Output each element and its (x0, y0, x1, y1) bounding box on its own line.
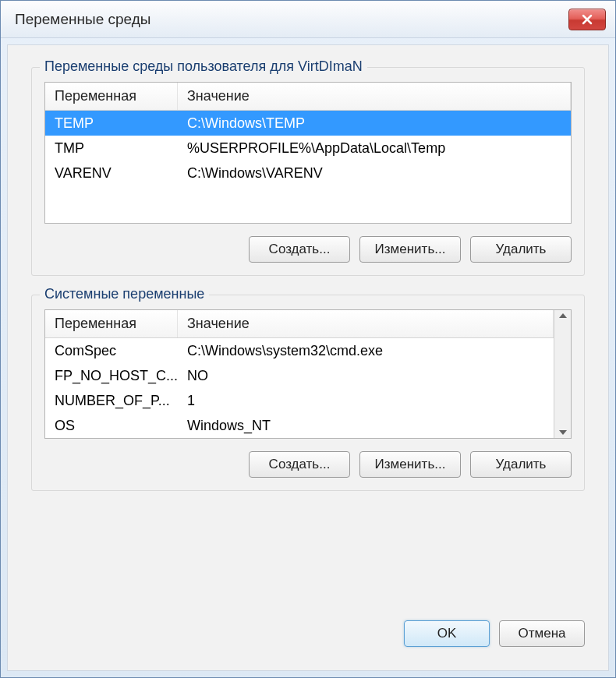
cell-val: C:\Windows\TEMP (178, 115, 571, 132)
user-create-button[interactable]: Создать... (249, 236, 350, 263)
scroll-up-icon[interactable] (559, 313, 567, 318)
cell-val: C:\Windows\system32\cmd.exe (178, 343, 554, 359)
user-delete-button[interactable]: Удалить (470, 236, 572, 263)
cell-var: VARENV (45, 165, 178, 182)
close-icon (581, 13, 593, 26)
system-vars-buttons: Создать... Изменить... Удалить (44, 451, 572, 478)
col-header-variable[interactable]: Переменная (45, 310, 178, 337)
cell-val: 1 (178, 393, 554, 409)
cell-var: TEMP (45, 115, 178, 132)
table-header: Переменная Значение (45, 83, 571, 111)
cell-var: FP_NO_HOST_C... (45, 368, 178, 384)
user-vars-body: TEMP C:\Windows\TEMP TMP %USERPROFILE%\A… (45, 111, 571, 223)
window-title: Переменные среды (15, 11, 150, 28)
scroll-down-icon[interactable] (559, 430, 567, 435)
titlebar: Переменные среды (1, 1, 615, 38)
cell-var: OS (45, 418, 178, 434)
dialog-buttons: OK Отмена (404, 620, 585, 647)
system-create-button[interactable]: Создать... (249, 451, 350, 478)
system-vars-table[interactable]: Переменная Значение ComSpec C:\Windows\s… (44, 309, 572, 439)
cell-val: Windows_NT (178, 418, 554, 434)
table-row[interactable]: TMP %USERPROFILE%\AppData\Local\Temp (45, 136, 571, 161)
close-button[interactable] (568, 9, 606, 30)
col-header-value[interactable]: Значение (178, 83, 571, 110)
cell-val: C:\Windows\VARENV (178, 165, 571, 182)
cell-var: ComSpec (45, 343, 178, 359)
cell-val: NO (178, 368, 554, 384)
user-vars-table[interactable]: Переменная Значение TEMP C:\Windows\TEMP… (44, 82, 572, 224)
user-edit-button[interactable]: Изменить... (359, 236, 461, 263)
col-header-variable[interactable]: Переменная (45, 83, 178, 110)
col-header-value[interactable]: Значение (178, 310, 554, 337)
ok-button[interactable]: OK (404, 620, 490, 647)
user-vars-buttons: Создать... Изменить... Удалить (44, 236, 572, 263)
system-vars-fieldset: Системные переменные Переменная Значение… (31, 295, 585, 491)
table-header: Переменная Значение (45, 310, 554, 338)
cell-val: %USERPROFILE%\AppData\Local\Temp (178, 140, 571, 157)
env-vars-dialog: Переменные среды Переменные среды пользо… (0, 0, 616, 678)
table-row[interactable]: ComSpec C:\Windows\system32\cmd.exe (45, 338, 554, 363)
user-vars-fieldset: Переменные среды пользователя для VirtDI… (31, 67, 585, 276)
table-row[interactable]: OS Windows_NT (45, 413, 554, 438)
cell-var: NUMBER_OF_P... (45, 393, 178, 409)
scrollbar[interactable] (554, 310, 571, 438)
table-row[interactable]: VARENV C:\Windows\VARENV (45, 161, 571, 185)
system-vars-body: ComSpec C:\Windows\system32\cmd.exe FP_N… (45, 338, 554, 438)
cell-var: TMP (45, 140, 178, 157)
table-row[interactable]: FP_NO_HOST_C... NO (45, 363, 554, 388)
system-delete-button[interactable]: Удалить (470, 451, 572, 478)
dialog-content: Переменные среды пользователя для VirtDI… (7, 44, 609, 671)
system-vars-legend: Системные переменные (40, 286, 209, 302)
table-row[interactable]: TEMP C:\Windows\TEMP (45, 111, 571, 136)
table-row[interactable]: NUMBER_OF_P... 1 (45, 388, 554, 413)
cancel-button[interactable]: Отмена (499, 620, 585, 647)
user-vars-legend: Переменные среды пользователя для VirtDI… (40, 58, 367, 75)
system-edit-button[interactable]: Изменить... (359, 451, 461, 478)
